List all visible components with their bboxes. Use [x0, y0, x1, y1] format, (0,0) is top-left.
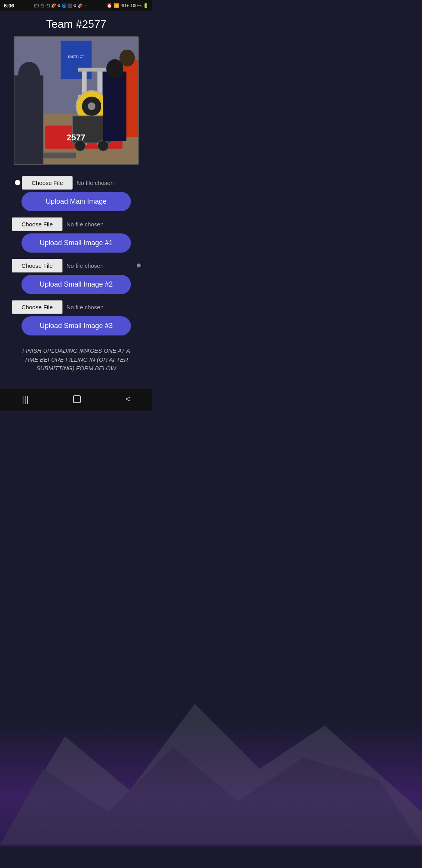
- alarm-icon: ⏰: [107, 3, 112, 8]
- battery-label: 100%: [131, 3, 141, 8]
- no-file-label-small1: No file chosen: [66, 221, 104, 228]
- svg-rect-7: [78, 68, 107, 72]
- status-right: ⏰ 📶 4G+ 100% 🔋: [107, 3, 148, 8]
- robot-image: DISTRICT 2577: [14, 36, 139, 165]
- svg-rect-26: [73, 396, 80, 403]
- info-text: FINISH UPLOADING IMAGES ONE AT A TIME BE…: [16, 346, 137, 373]
- home-button[interactable]: [72, 395, 82, 404]
- file-input-row-small3: Choose File No file chosen: [8, 300, 145, 314]
- svg-text:DISTRICT: DISTRICT: [68, 55, 85, 59]
- upload-row-small1: Choose File No file chosen Upload Small …: [8, 217, 145, 256]
- svg-rect-21: [43, 152, 76, 158]
- choose-file-button-main[interactable]: Choose File: [22, 176, 73, 190]
- signal-label: 4G+: [121, 3, 129, 8]
- upload-small2-button[interactable]: Upload Small Image #2: [21, 275, 131, 294]
- choose-file-button-small3[interactable]: Choose File: [12, 300, 63, 314]
- status-bar: 6:06 📳 📳 📳 🏈 ⚙ 🌀 ⬛ ⚙ 🏈 ··· ⏰ 📶 4G+ 100% …: [0, 0, 152, 11]
- choose-file-button-small2[interactable]: Choose File: [12, 259, 63, 273]
- file-input-row-small1: Choose File No file chosen: [8, 217, 145, 231]
- svg-text:2577: 2577: [66, 133, 85, 142]
- status-icons: 📳 📳 📳 🏈 ⚙ 🌀 ⬛ ⚙ 🏈 ···: [34, 4, 87, 8]
- file-input-row-small2: Choose File No file chosen: [8, 259, 145, 273]
- svg-point-23: [106, 59, 123, 78]
- svg-point-12: [88, 102, 96, 110]
- upload-small1-button[interactable]: Upload Small Image #1: [21, 233, 131, 253]
- battery-icon: 🔋: [143, 3, 148, 8]
- dot-indicator-right-3: [137, 264, 141, 267]
- dot-indicator-left-1: [15, 180, 20, 185]
- recent-apps-button[interactable]: |||: [22, 394, 29, 404]
- status-time: 6:06: [4, 3, 14, 9]
- page-title: Team #2577: [0, 18, 152, 30]
- notification-icons: 📳 📳 📳 🏈 ⚙ 🌀 ⬛ ⚙ 🏈 ···: [34, 4, 87, 8]
- svg-point-18: [18, 62, 40, 85]
- svg-rect-17: [14, 75, 43, 164]
- svg-rect-22: [103, 72, 126, 141]
- upload-section: Choose File No file chosen Upload Main I…: [0, 176, 152, 381]
- choose-file-button-small1[interactable]: Choose File: [12, 217, 63, 231]
- no-file-label-small2: No file chosen: [66, 262, 104, 269]
- no-file-label-main: No file chosen: [77, 179, 114, 186]
- upload-row-small2: Choose File No file chosen Upload Small …: [8, 259, 145, 298]
- wifi-icon: 📶: [114, 3, 119, 8]
- upload-row-small3: Choose File No file chosen Upload Small …: [8, 300, 145, 339]
- svg-point-15: [98, 140, 109, 151]
- svg-rect-2: [61, 41, 92, 79]
- file-input-row-main: Choose File No file chosen: [8, 176, 145, 190]
- upload-main-image-button[interactable]: Upload Main Image: [21, 192, 131, 211]
- bottom-nav: ||| <: [0, 389, 152, 411]
- upload-row-main: Choose File No file chosen Upload Main I…: [8, 176, 145, 215]
- upload-small3-button[interactable]: Upload Small Image #3: [21, 316, 131, 335]
- no-file-label-small3: No file chosen: [66, 304, 104, 310]
- back-button[interactable]: <: [125, 394, 131, 404]
